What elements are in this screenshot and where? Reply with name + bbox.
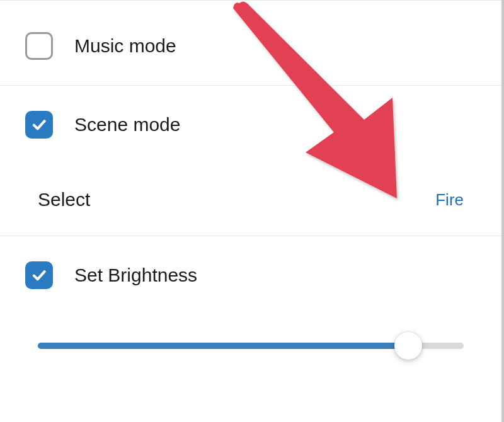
music-mode-label: Music mode: [74, 35, 176, 57]
scene-select-value: Fire: [435, 190, 464, 210]
scene-mode-checkbox[interactable]: [25, 111, 53, 139]
slider-fill: [38, 343, 408, 349]
brightness-slider[interactable]: [38, 333, 464, 358]
brightness-slider-row: [0, 314, 501, 371]
scene-select-row[interactable]: Select Fire: [0, 164, 501, 236]
brightness-row: Set Brightness: [0, 236, 501, 314]
brightness-label: Set Brightness: [74, 265, 197, 286]
music-mode-checkbox[interactable]: [25, 32, 53, 60]
settings-list: Music mode Scene mode Select Fire Set Br…: [0, 0, 504, 422]
checkmark-icon: [30, 116, 48, 134]
slider-thumb[interactable]: [394, 332, 422, 360]
music-mode-row: Music mode: [0, 0, 501, 86]
scene-mode-row: Scene mode: [0, 86, 501, 164]
scene-mode-label: Scene mode: [74, 114, 180, 135]
checkmark-icon: [30, 266, 48, 284]
scene-select-label: Select: [38, 189, 90, 210]
brightness-checkbox[interactable]: [25, 261, 53, 289]
